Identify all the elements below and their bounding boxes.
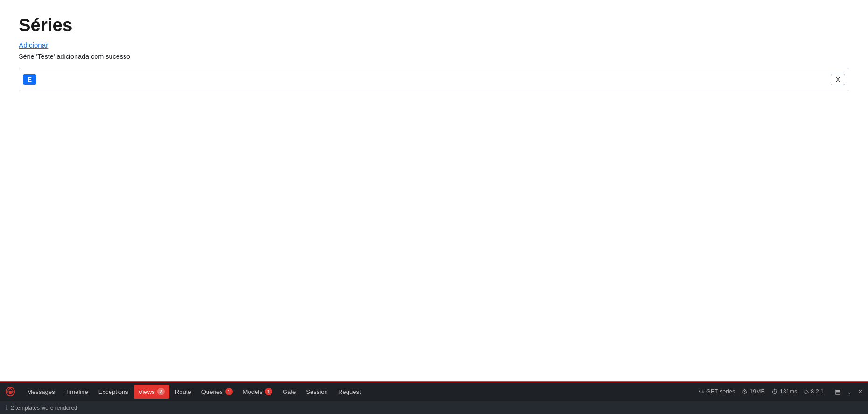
toolbar-tab-timeline[interactable]: Timeline xyxy=(61,385,93,399)
edit-button[interactable]: E xyxy=(23,74,36,85)
time-text: 131ms xyxy=(780,388,797,395)
toolbar-tab-route[interactable]: Route xyxy=(170,385,196,399)
success-message: Série 'Teste' adicionada com sucesso xyxy=(19,53,849,60)
version-text: 8.2.1 xyxy=(811,388,824,395)
memory-icon: ⚙ xyxy=(742,388,748,395)
clock-icon: ⏱ xyxy=(771,388,778,395)
debug-toolbar: MessagesTimelineExceptionsViews2RouteQue… xyxy=(0,381,868,414)
badge-models: 1 xyxy=(265,388,272,395)
version-icon: ◇ xyxy=(804,388,809,395)
series-list-item: E X xyxy=(19,68,849,91)
page-title: Séries xyxy=(19,15,849,35)
toolbar-tab-request[interactable]: Request xyxy=(333,385,366,399)
route-icon: ↪ xyxy=(699,388,704,395)
badge-queries: 1 xyxy=(225,388,233,395)
badge-views: 2 xyxy=(157,388,165,395)
memory-text: 19MB xyxy=(750,388,765,395)
toolbar-tab-exceptions[interactable]: Exceptions xyxy=(94,385,133,399)
delete-button[interactable]: X xyxy=(831,74,845,85)
toolbar-tab-queries[interactable]: Queries1 xyxy=(197,385,237,399)
toolbar-tab-gate[interactable]: Gate xyxy=(278,385,300,399)
expand-icon[interactable]: ⬒ xyxy=(834,387,842,396)
toolbar-tab-models[interactable]: Models1 xyxy=(238,385,277,399)
route-text: GET series xyxy=(706,388,735,395)
main-content: Séries Adicionar Série 'Teste' adicionad… xyxy=(0,0,868,364)
toolbar-main: MessagesTimelineExceptionsViews2RouteQue… xyxy=(0,381,868,401)
toolbar-info-bar: ℹ 2 templates were rendered xyxy=(0,401,868,414)
toolbar-tabs: MessagesTimelineExceptionsViews2RouteQue… xyxy=(22,385,699,399)
info-text: 2 templates were rendered xyxy=(11,405,77,411)
toolbar-tab-session[interactable]: Session xyxy=(301,385,333,399)
info-icon: ℹ xyxy=(6,404,8,411)
time-item: ⏱ 131ms xyxy=(771,388,797,395)
chevron-down-icon[interactable]: ⌄ xyxy=(846,387,853,396)
add-link[interactable]: Adicionar xyxy=(19,41,48,49)
close-icon[interactable]: ✕ xyxy=(857,387,864,396)
svg-rect-1 xyxy=(9,391,12,394)
route-info-item: ↪ GET series xyxy=(699,388,735,395)
toolbar-tab-messages[interactable]: Messages xyxy=(22,385,60,399)
toolbar-action-icons: ⬒ ⌄ ✕ xyxy=(834,387,864,396)
memory-item: ⚙ 19MB xyxy=(742,388,765,395)
toolbar-right: ↪ GET series ⚙ 19MB ⏱ 131ms ◇ 8.2.1 ⬒ ⌄ … xyxy=(699,387,864,396)
version-item: ◇ 8.2.1 xyxy=(804,388,824,395)
debugbar-logo xyxy=(4,385,17,398)
toolbar-tab-views[interactable]: Views2 xyxy=(134,385,169,399)
